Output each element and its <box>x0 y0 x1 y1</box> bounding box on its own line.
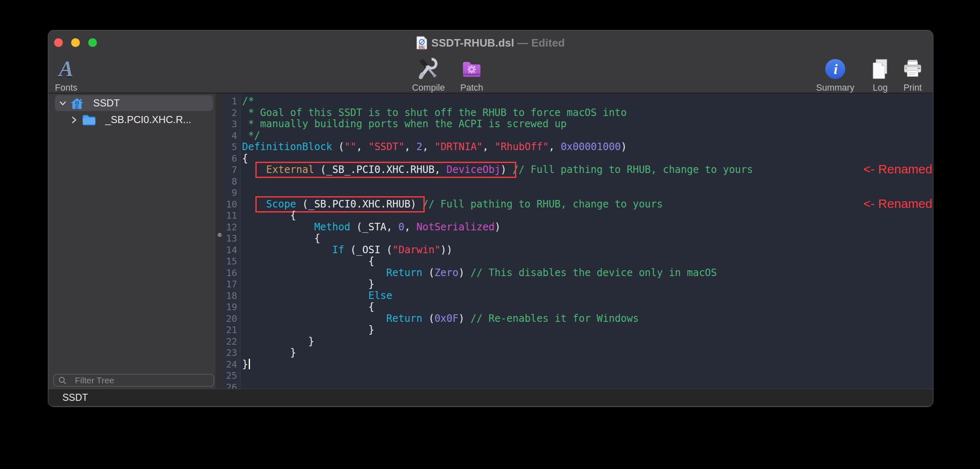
svg-text:i: i <box>834 62 838 77</box>
code-line: } <box>242 324 933 336</box>
line-number: 2 <box>223 107 237 119</box>
line-number: 23 <box>223 347 237 359</box>
line-number: 15 <box>223 256 237 267</box>
line-number: 16 <box>223 267 237 279</box>
code-line: External (_SB_.PCI0.XHC.RHUB, DeviceObj)… <box>242 164 933 176</box>
print-icon <box>902 56 923 82</box>
code-line <box>242 187 933 199</box>
line-number: 17 <box>223 279 237 290</box>
line-number: 6 <box>223 153 237 165</box>
line-number-gutter: 1234567891011121314151617181920212223242… <box>223 94 240 389</box>
line-number: 1 <box>223 96 237 107</box>
code-line: } <box>242 336 933 348</box>
code-line: Return (0x0F) // Re-enables it for Windo… <box>242 313 933 325</box>
window-title-text: SSDT-RHUB.dsl — Edited <box>431 37 565 49</box>
compile-label: Compile <box>412 83 445 93</box>
code-line: } <box>242 279 933 290</box>
title-bar[interactable]: DSL SSDT-RHUB.dsl — Edited <box>48 30 933 55</box>
pane-splitter[interactable] <box>215 94 223 389</box>
code-line: Scope (_SB.PCI0.XHC.RHUB) // Full pathin… <box>242 199 933 210</box>
maciasl-window: DSL SSDT-RHUB.dsl — Edited A Fonts <box>48 30 933 407</box>
code-line: Return (Zero) // This disables the devic… <box>242 267 933 279</box>
code-line: Method (_STA, 0, NotSerialized) <box>242 222 933 233</box>
line-number: 5 <box>223 141 237 153</box>
line-number: 19 <box>223 301 237 313</box>
line-number: 9 <box>223 187 237 199</box>
line-number: 22 <box>223 336 237 348</box>
code-line: { <box>242 153 933 165</box>
line-number: 25 <box>223 370 237 382</box>
line-number: 11 <box>223 210 237 222</box>
patch-button[interactable]: Patch <box>445 56 499 93</box>
fonts-label: Fonts <box>55 83 77 93</box>
folder-icon <box>82 114 96 126</box>
tree-row-ssdt[interactable]: SSDT <box>48 95 215 111</box>
code-line: } <box>242 359 933 370</box>
code-line: * Goal of this SSDT is to shut off the R… <box>242 107 933 119</box>
document-icon: DSL <box>416 36 427 49</box>
acpi-tree: SSDT _SB.PCI0.XHC.R... <box>48 94 215 128</box>
line-number: 24 <box>223 359 237 370</box>
filter-tree-input[interactable]: Filter Tree <box>53 374 214 387</box>
line-number: 21 <box>223 324 237 336</box>
renamed-annotation: <- Renamed to XHC <box>863 163 933 175</box>
patch-label: Patch <box>460 83 483 93</box>
line-number: 3 <box>223 118 237 130</box>
summary-label: Summary <box>816 83 854 93</box>
code-line: * manually building ports when the ACPI … <box>242 118 933 130</box>
patch-icon <box>461 56 483 82</box>
code-line: { <box>242 256 933 267</box>
svg-text:DSL: DSL <box>419 46 425 49</box>
filter-placeholder: Filter Tree <box>75 375 114 385</box>
code-line: { <box>242 210 933 222</box>
code-editor[interactable]: /* * Goal of this SSDT is to shut off th… <box>240 94 933 389</box>
code-line: DefinitionBlock ("", "SSDT", 2, "DRTNIA"… <box>242 141 933 153</box>
line-number: 4 <box>223 130 237 142</box>
line-number: 13 <box>223 233 237 244</box>
code-line <box>242 370 933 382</box>
line-number: 18 <box>223 290 237 302</box>
sidebar-tree-pane: SSDT _SB.PCI0.XHC.R... <box>48 94 215 389</box>
code-line: { <box>242 233 933 244</box>
code-line <box>242 176 933 188</box>
code-line: } <box>242 347 933 359</box>
fonts-icon: A <box>59 58 74 80</box>
code-line: */ <box>242 130 933 142</box>
main-content: SSDT _SB.PCI0.XHC.R... <box>48 94 933 389</box>
status-bar: SSDT <box>48 389 933 406</box>
code-line: Else <box>242 290 933 302</box>
toolbar: A Fonts Compile <box>48 55 933 94</box>
line-number: 12 <box>223 222 237 233</box>
code-line: /* <box>242 96 933 107</box>
compile-icon <box>417 56 440 82</box>
code-line <box>242 382 933 389</box>
chevron-down-icon[interactable] <box>59 100 66 106</box>
code-line: { <box>242 301 933 313</box>
line-number: 8 <box>223 176 237 188</box>
search-icon <box>58 376 67 385</box>
line-number: 10 <box>223 199 237 210</box>
text-cursor <box>249 359 250 369</box>
line-number: 20 <box>223 313 237 325</box>
renamed-annotation: <- Renamed to XHC <box>863 198 933 210</box>
fonts-button[interactable]: A Fonts <box>48 56 93 93</box>
home-icon <box>70 97 84 109</box>
print-button[interactable]: Print <box>886 56 933 93</box>
print-label: Print <box>903 83 922 93</box>
summary-icon: i <box>824 56 846 82</box>
window-title: DSL SSDT-RHUB.dsl — Edited <box>48 30 933 55</box>
splitter-handle-icon[interactable] <box>218 233 222 237</box>
code-line: If (_OSI ("Darwin")) <box>242 244 933 256</box>
tree-label-ssdt: SSDT <box>93 97 120 109</box>
tree-label-sb-pci0: _SB.PCI0.XHC.R... <box>105 114 191 126</box>
tree-row-sb-pci0[interactable]: _SB.PCI0.XHC.R... <box>48 111 215 128</box>
line-number: 7 <box>223 164 237 176</box>
status-path: SSDT <box>62 392 88 403</box>
chevron-right-icon[interactable] <box>72 117 78 123</box>
line-number: 14 <box>223 244 237 256</box>
line-number: 26 <box>223 382 237 389</box>
